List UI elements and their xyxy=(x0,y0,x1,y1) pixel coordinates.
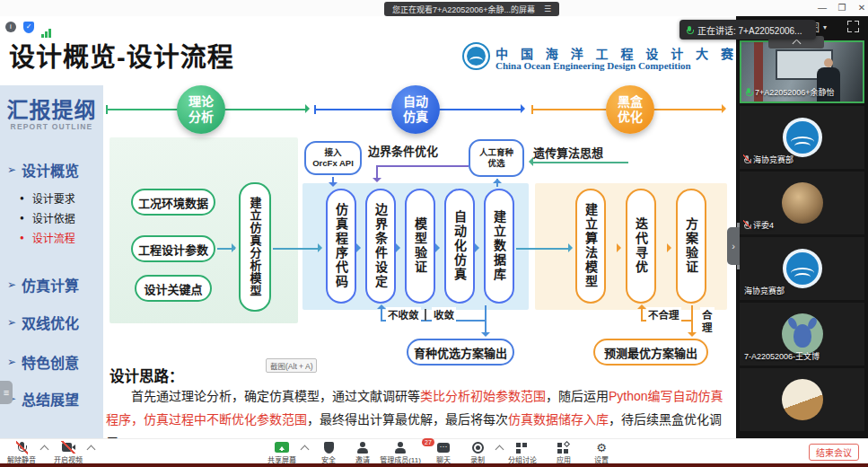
boundary-optimization-label: 边界条件优化 xyxy=(368,142,438,159)
menu-icon[interactable]: ☰ xyxy=(544,4,551,13)
cartoon-avatar xyxy=(782,313,823,355)
flow-arrow xyxy=(568,243,577,252)
association-logo-icon xyxy=(783,118,822,157)
converge-label: 收敛 xyxy=(432,307,456,322)
bullet-icon: ● xyxy=(20,214,24,222)
minimize-button[interactable]: — xyxy=(815,1,829,14)
fullscreen-icon[interactable] xyxy=(847,21,859,32)
share-screen-button[interactable]: 共享屏幕 xyxy=(259,441,305,464)
competition-logo-icon xyxy=(462,42,490,70)
outline-title: 汇报提纲 xyxy=(0,93,103,124)
speaking-toast: 正在讲话: 7+A22052006... xyxy=(679,20,816,40)
panel-collapse-tab[interactable]: › xyxy=(727,227,740,265)
flow-arrow xyxy=(396,243,405,252)
outline-section-design-overview: ➢设计概览 xyxy=(7,159,79,181)
competition-title-en: China Ocean Engineering Design Competiti… xyxy=(495,60,691,71)
genetic-algorithm-label: 遗传算法思想 xyxy=(533,144,603,161)
pill-breeding-output: 育种优选方案输出 xyxy=(407,339,514,366)
bullet-icon: ● xyxy=(20,194,24,202)
pill-predicted-best-output: 预测最优方案输出 xyxy=(593,339,708,366)
reasonable-label-2: 理 xyxy=(700,320,715,334)
outline-section-creativity: ➢特色创意 xyxy=(7,351,79,373)
shared-screen-slide: i ✓ 设计概览-设计流程 中 国 海 洋 工 程 设 计 大 赛 China … xyxy=(0,16,736,438)
bullet-icon: ● xyxy=(20,234,24,242)
outline-section-optimization: ➢双线优化 xyxy=(7,312,79,333)
chat-bubble-icon: ··· xyxy=(437,441,450,454)
pill-build-simulation-model: 建立仿真分析模型 xyxy=(239,182,271,312)
screenshot-shortcut-button[interactable]: 截图(Alt + A) xyxy=(266,358,317,373)
flow-arrow-left xyxy=(524,157,533,166)
maximize-button[interactable]: ❐ xyxy=(835,1,849,14)
mic-on-icon xyxy=(746,88,751,96)
pill-auto-simulation: 自动化仿真 xyxy=(444,189,475,304)
video-tile-haixie-2[interactable]: 海协竞赛部 xyxy=(740,237,864,300)
pill-sim-code: 仿真程序代码 xyxy=(326,189,356,304)
taskbar-edge xyxy=(0,463,868,467)
gear-icon: ⚙ xyxy=(596,441,607,454)
breakout-rooms-button[interactable]: 分组讨论 xyxy=(499,441,546,464)
flow-arrow-up xyxy=(377,300,386,309)
microphone-muted-icon xyxy=(18,441,25,454)
unmute-button[interactable]: 解除静音 xyxy=(0,441,45,464)
design-idea-title: 设计思路： xyxy=(110,365,184,386)
stage-theory-analysis: 理论分析 xyxy=(177,85,225,134)
video-tile-haixie-1[interactable]: 海协竞赛部 xyxy=(740,106,864,169)
arrow-marker-icon: ➢ xyxy=(7,356,16,368)
planet-avatar xyxy=(782,182,823,224)
participants-video-panel: 者视图 ▾ 7+A22052006+余静怡 海协竞赛部 评委4 xyxy=(736,16,868,438)
flow-arrow xyxy=(232,243,241,252)
pill-design-parameters: 工程设计参数 xyxy=(131,235,215,262)
association-logo-icon xyxy=(783,249,822,288)
arrow-marker-icon: ➢ xyxy=(7,316,16,329)
video-tile-bottom[interactable] xyxy=(740,368,864,431)
outline-section-simulation: ➢仿真计算 xyxy=(7,274,79,295)
watching-banner: 您正在观看7+A22052006+余静...的屏幕 ☰ xyxy=(384,2,559,16)
invite-person-icon xyxy=(357,441,368,454)
stage-arrow-orange xyxy=(722,104,731,113)
pill-build-database: 建立数据库 xyxy=(484,189,514,304)
outline-subtitle: REPORT OUTLINE xyxy=(0,122,103,131)
pill-design-keypoints: 设计关键点 xyxy=(135,275,212,302)
stage-auto-simulation: 自动仿真 xyxy=(391,85,440,134)
presenter-body xyxy=(817,67,840,103)
video-tile-presenter[interactable]: 7+A22052006+余静怡 xyxy=(740,40,864,103)
flow-arrow-up xyxy=(637,300,646,309)
flow-arrow-down xyxy=(329,182,338,191)
security-shield-icon xyxy=(324,441,334,454)
flow-arrow xyxy=(475,243,484,252)
artificial-breeding-box: 人工育种 优选 xyxy=(469,139,524,177)
report-outline-sidebar: 汇报提纲 REPORT OUTLINE ➢设计概览 ●设计要求 ●设计依据 ●设… xyxy=(0,85,103,438)
pill-build-algorithm-model: 建立算法模型 xyxy=(575,189,606,304)
video-tile-judge4[interactable]: 评委4 xyxy=(740,172,864,234)
record-button[interactable]: 录制 xyxy=(454,441,501,464)
flow-arrow xyxy=(356,243,365,252)
pill-iterative-search: 迭代寻优 xyxy=(626,189,656,304)
chevron-up-icon[interactable] xyxy=(88,446,94,453)
breakout-grid-icon xyxy=(516,441,529,454)
orcfx-api-box: 接入 OrcFx API xyxy=(304,141,362,175)
pill-scheme-validation: 方案验证 xyxy=(676,189,706,304)
speaking-mic-icon xyxy=(687,26,692,34)
camera-off-icon xyxy=(62,441,75,454)
end-meeting-button[interactable]: 结束会议 xyxy=(809,444,859,461)
caret-down-icon: ▾ xyxy=(823,23,827,31)
watching-banner-text: 您正在观看7+A22052006+余静...的屏幕 xyxy=(392,4,535,15)
unreasonable-label: 不合理 xyxy=(646,307,681,322)
manage-members-button[interactable]: 27 管理成员(11) xyxy=(377,441,424,464)
mic-muted-icon xyxy=(744,155,750,163)
mountain-avatar xyxy=(782,379,823,420)
arrow-marker-icon: ➢ xyxy=(7,163,16,176)
video-tile-wangwenbo[interactable]: 7-A22052006-王文博 xyxy=(740,303,864,366)
shield-icon[interactable]: ✓ xyxy=(23,22,34,33)
flow-arrow xyxy=(667,243,676,252)
close-button[interactable]: ✕ xyxy=(855,1,868,14)
flow-arrow xyxy=(435,243,444,252)
stage-arrow-green xyxy=(305,104,314,113)
slide-title: 设计概览-设计流程 xyxy=(9,36,234,74)
flow-arrow-down xyxy=(688,332,697,341)
floating-panel-handle[interactable]: ≡ xyxy=(0,381,13,404)
info-icon[interactable]: i xyxy=(5,22,16,32)
outline-item-design-process-active: ●设计流程 xyxy=(20,230,75,245)
start-video-button[interactable]: 开启视频 xyxy=(45,441,92,464)
settings-button[interactable]: ⚙ 设置 xyxy=(578,441,625,464)
